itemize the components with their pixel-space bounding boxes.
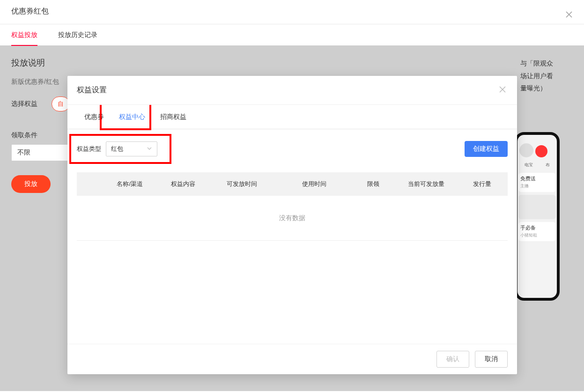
cancel-button[interactable]: 取消 (475, 351, 508, 368)
benefit-type-label: 权益类型 (77, 145, 101, 153)
col-releasetime: 可发放时间 (205, 180, 278, 188)
benefit-settings-modal: 权益设置 优惠券 权益中心 招商权益 (67, 76, 517, 374)
col-content: 权益内容 (161, 180, 206, 188)
col-limit: 限领 (351, 180, 396, 188)
confirm-button[interactable]: 确认 (436, 351, 469, 368)
modal-mask: 权益设置 优惠券 权益中心 招商权益 (0, 24, 584, 391)
modal-tab-coupon[interactable]: 优惠券 (77, 105, 111, 129)
benefit-type-select[interactable]: 红包 (106, 141, 157, 156)
modal-title: 权益设置 (77, 85, 107, 95)
page-title: 优惠券红包 (11, 7, 573, 24)
chevron-down-icon (147, 146, 152, 153)
col-checkbox (77, 180, 99, 188)
modal-tab-merchant[interactable]: 招商权益 (153, 105, 194, 129)
col-issued: 发行量 (457, 180, 508, 188)
benefit-type-value: 红包 (111, 145, 123, 153)
modal-tab-benefit-center[interactable]: 权益中心 (111, 105, 153, 129)
col-usetime: 使用时间 (278, 180, 351, 188)
close-icon[interactable] (565, 10, 573, 20)
col-available: 当前可发放量 (396, 180, 457, 188)
benefit-table: 名称/渠道 权益内容 可发放时间 使用时间 限领 当前可发放量 发行量 没有数据 (77, 172, 508, 241)
create-benefit-button[interactable]: 创建权益 (465, 141, 508, 157)
table-empty: 没有数据 (77, 196, 508, 241)
modal-close-icon[interactable] (497, 83, 508, 97)
col-name: 名称/渠道 (99, 180, 161, 188)
